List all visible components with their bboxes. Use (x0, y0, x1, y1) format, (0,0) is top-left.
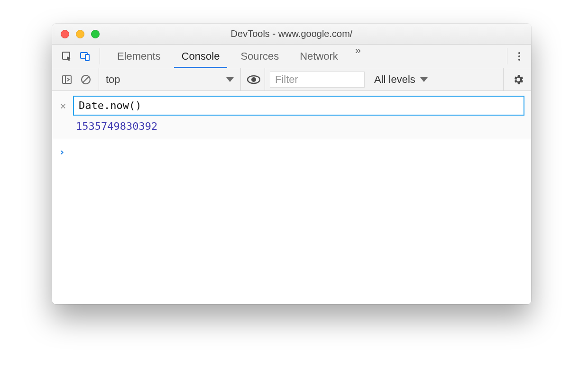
tab-console[interactable]: Console (171, 45, 230, 68)
console-toolbar: top All levels (52, 68, 531, 91)
live-expression-input[interactable]: Date.now() (73, 96, 524, 116)
execution-context-label: top (106, 73, 120, 86)
tabs-overflow-button[interactable]: » (349, 45, 368, 68)
tab-sources[interactable]: Sources (230, 45, 289, 68)
chevron-down-icon (420, 77, 428, 82)
svg-point-4 (518, 55, 520, 57)
window-titlebar: DevTools - www.google.com/ (52, 24, 531, 45)
panel-tabs: Elements Console Sources Network » (107, 45, 368, 68)
live-expression-icon[interactable] (246, 72, 262, 88)
filter-input[interactable] (270, 72, 365, 88)
live-expression-text: Date.now() (79, 99, 141, 111)
window-title: DevTools - www.google.com/ (52, 28, 531, 39)
console-output: ✕ Date.now() 1535749830392 › (52, 91, 531, 304)
svg-point-5 (518, 59, 520, 61)
svg-point-3 (518, 52, 520, 54)
console-settings-icon[interactable] (510, 72, 526, 88)
log-levels-selector[interactable]: All levels (368, 73, 434, 86)
tab-network[interactable]: Network (289, 45, 349, 68)
close-window-button[interactable] (61, 30, 69, 38)
tabbar-divider-right (507, 48, 507, 64)
console-prompt-row: › (52, 139, 531, 164)
toggle-console-sidebar-icon[interactable] (59, 72, 75, 88)
tabbar-divider (100, 48, 100, 64)
kebab-menu-icon[interactable] (512, 49, 526, 63)
tab-elements[interactable]: Elements (107, 45, 171, 68)
svg-point-11 (251, 77, 256, 82)
execution-context-selector[interactable]: top (99, 68, 241, 90)
console-prompt-input[interactable] (71, 146, 524, 158)
prompt-chevron-icon: › (59, 146, 65, 158)
svg-line-9 (83, 77, 89, 82)
clear-console-icon[interactable] (78, 72, 94, 88)
devtools-tabbar: Elements Console Sources Network » (52, 45, 531, 68)
close-icon[interactable]: ✕ (59, 100, 67, 111)
chevron-down-icon (226, 77, 234, 82)
svg-rect-2 (85, 54, 89, 61)
log-levels-label: All levels (374, 73, 415, 86)
live-expression-result: 1535749830392 (76, 120, 524, 132)
window-traffic-lights (52, 30, 100, 38)
minimize-window-button[interactable] (76, 30, 84, 38)
inspect-element-icon[interactable] (59, 48, 75, 64)
devtools-window: DevTools - www.google.com/ Elements Cons… (52, 24, 531, 304)
toggle-device-toolbar-icon[interactable] (77, 48, 93, 64)
live-expression-block: ✕ Date.now() 1535749830392 (52, 91, 531, 139)
zoom-window-button[interactable] (91, 30, 100, 38)
text-caret (142, 100, 142, 112)
